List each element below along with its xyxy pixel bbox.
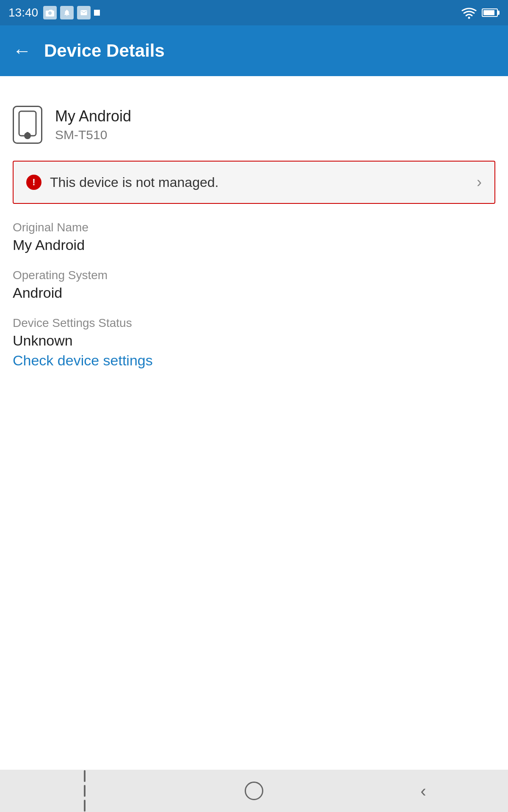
content-area: My Android SM-T510 ! This device is not …: [0, 76, 508, 401]
device-settings-item: Device Settings Status Unknown Check dev…: [13, 316, 495, 369]
status-bar-right: [461, 6, 500, 19]
nav-back-button[interactable]: ‹: [398, 778, 449, 804]
battery-icon: [482, 8, 500, 17]
original-name-item: Original Name My Android: [13, 221, 495, 253]
device-settings-value: Unknown: [13, 332, 495, 349]
bottom-nav: ‹: [0, 770, 508, 812]
back-button[interactable]: ←: [13, 41, 31, 60]
device-info: My Android SM-T510: [55, 107, 131, 142]
svg-point-2: [26, 132, 29, 134]
notification-icon-2: [77, 6, 91, 19]
os-value: Android: [13, 285, 495, 301]
status-time: 13:40: [8, 6, 38, 19]
device-header: My Android SM-T510: [13, 93, 495, 156]
warning-chevron-icon: ›: [477, 173, 482, 191]
notification-icon-1: [60, 6, 74, 19]
original-name-value: My Android: [13, 237, 495, 253]
os-label: Operating System: [13, 269, 495, 282]
warning-left: ! This device is not managed.: [26, 175, 218, 190]
device-icon: [13, 106, 42, 144]
page-title: Device Details: [44, 41, 165, 61]
photo-icon: [43, 6, 57, 19]
warning-banner[interactable]: ! This device is not managed. ›: [13, 161, 495, 204]
app-bar: ← Device Details: [0, 25, 508, 76]
wifi-icon: [461, 6, 478, 19]
warning-icon: !: [26, 175, 41, 190]
status-icons: [43, 6, 100, 19]
device-settings-label: Device Settings Status: [13, 316, 495, 330]
os-item: Operating System Android: [13, 269, 495, 301]
device-model: SM-T510: [55, 128, 131, 142]
details-section: Original Name My Android Operating Syste…: [13, 204, 495, 401]
dot-indicator: [94, 10, 100, 16]
warning-message: This device is not managed.: [50, 175, 218, 190]
nav-menu-button[interactable]: [59, 778, 110, 804]
home-icon: [245, 782, 263, 800]
status-bar-left: 13:40: [8, 6, 100, 19]
svg-rect-1: [19, 111, 36, 136]
menu-icon: [84, 770, 86, 812]
check-device-settings-link[interactable]: Check device settings: [13, 352, 153, 369]
back-nav-icon: ‹: [420, 782, 426, 801]
status-bar: 13:40: [0, 0, 508, 25]
device-name: My Android: [55, 107, 131, 125]
original-name-label: Original Name: [13, 221, 495, 234]
svg-point-0: [468, 17, 470, 19]
nav-home-button[interactable]: [229, 778, 279, 804]
